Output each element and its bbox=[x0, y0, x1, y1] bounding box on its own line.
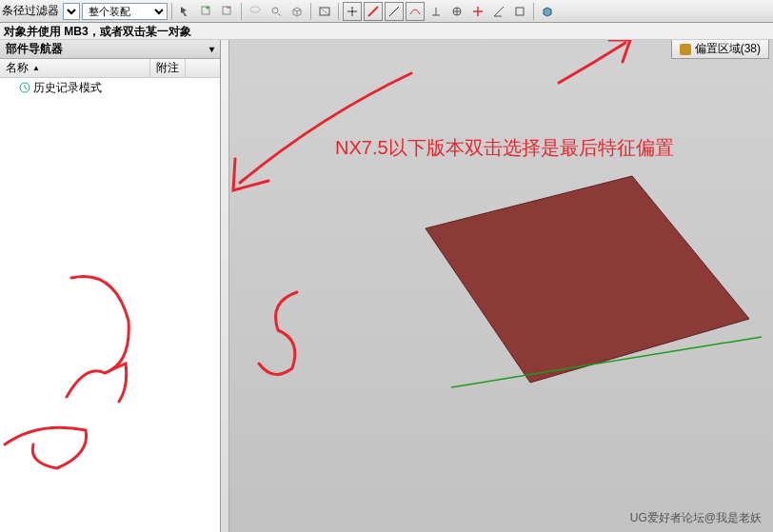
history-mode-icon bbox=[18, 81, 31, 94]
separator bbox=[171, 3, 172, 20]
tool-line-icon[interactable] bbox=[364, 2, 383, 21]
tree-row[interactable]: 历史记录模式 bbox=[0, 80, 220, 95]
tool-solid-icon[interactable] bbox=[538, 2, 557, 21]
tool-line2-icon[interactable] bbox=[385, 2, 404, 21]
tool-arrow-icon[interactable] bbox=[176, 2, 195, 21]
svg-point-3 bbox=[272, 8, 278, 13]
feature-tab-label: 偏置区域(38) bbox=[695, 41, 761, 57]
tool-rect-icon[interactable] bbox=[315, 2, 334, 21]
tool-remove-icon[interactable] bbox=[218, 2, 237, 21]
feature-tree[interactable]: 历史记录模式 bbox=[0, 78, 220, 532]
panel-title-text: 部件导航器 bbox=[6, 41, 63, 57]
panel-close-icon[interactable]: ▾ bbox=[209, 44, 214, 54]
tool-perp-icon[interactable] bbox=[426, 2, 446, 21]
tool-box-icon[interactable] bbox=[510, 2, 529, 21]
col-note[interactable]: 附注 bbox=[150, 59, 186, 77]
expand-icon[interactable] bbox=[6, 83, 16, 93]
assembly-select[interactable]: 整个装配 bbox=[82, 3, 168, 20]
filter-select[interactable] bbox=[63, 3, 80, 20]
viewport-3d[interactable]: 偏置区域(38) NX7.5以下版本双击选择是最后特征偏置 U bbox=[221, 40, 773, 532]
main-toolbar: 条径过滤器 整个装配 bbox=[0, 0, 773, 23]
tool-zoom-icon[interactable] bbox=[267, 2, 286, 21]
watermark: UG爱好者论坛@我是老妖 bbox=[630, 510, 762, 526]
info-bar: 对象并使用 MB3，或者双击某一对象 bbox=[0, 23, 773, 40]
filter-label: 条径过滤器 bbox=[2, 3, 61, 19]
svg-rect-7 bbox=[516, 8, 524, 15]
tool-circle-icon[interactable] bbox=[447, 2, 466, 21]
feature-tab[interactable]: 偏置区域(38) bbox=[671, 40, 769, 59]
annotation-scribble bbox=[57, 273, 171, 406]
col-name[interactable]: 名称 ▲ bbox=[0, 59, 150, 77]
separator bbox=[338, 3, 339, 20]
tool-lasso-icon[interactable] bbox=[246, 2, 265, 21]
tool-cube-icon[interactable] bbox=[287, 2, 307, 21]
svg-point-5 bbox=[351, 10, 354, 12]
annotation-text: NX7.5以下版本双击选择是最后特征偏置 bbox=[335, 135, 674, 161]
separator bbox=[241, 3, 242, 20]
part-navigator-panel: 部件导航器 ▾ 名称 ▲ 附注 历史记录模式 bbox=[0, 40, 221, 532]
tool-angle-icon[interactable] bbox=[489, 2, 508, 21]
tool-point-icon[interactable] bbox=[343, 2, 362, 21]
tool-plus-icon[interactable] bbox=[468, 2, 487, 21]
sort-asc-icon: ▲ bbox=[32, 64, 40, 72]
tree-label: 历史记录模式 bbox=[33, 80, 102, 96]
column-headers: 名称 ▲ 附注 bbox=[0, 59, 220, 78]
tool-add-icon[interactable] bbox=[197, 2, 216, 21]
tool-curve-icon[interactable] bbox=[406, 2, 425, 21]
geometry-line bbox=[449, 335, 763, 392]
panel-title: 部件导航器 ▾ bbox=[0, 40, 220, 59]
svg-point-2 bbox=[250, 7, 260, 12]
annotation-scribble bbox=[0, 416, 95, 483]
svg-line-10 bbox=[451, 337, 762, 387]
separator bbox=[533, 3, 534, 20]
separator bbox=[310, 3, 311, 20]
offset-region-icon bbox=[680, 44, 691, 55]
